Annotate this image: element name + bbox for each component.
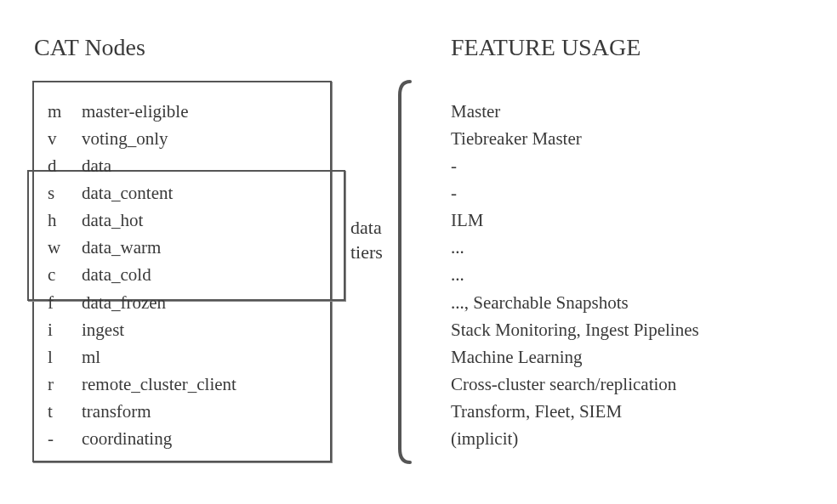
list-item: vvoting_only (48, 126, 236, 152)
role-label: remote_cluster_client (73, 371, 236, 398)
list-item: rremote_cluster_client (48, 371, 236, 398)
list-item: fdata_frozen (48, 290, 236, 316)
role-code: f (48, 290, 73, 316)
bracket-label-line2: tiers (350, 241, 383, 265)
feature-item: Transform, Fleet, SIEM (451, 399, 699, 425)
feature-usage-list: Master Tiebreaker Master - - ILM ... ...… (451, 99, 699, 453)
list-item: hdata_hot (48, 207, 236, 234)
role-code: v (48, 126, 73, 152)
role-code: c (48, 262, 73, 288)
role-label: ml (73, 344, 100, 371)
list-item: ddata (48, 153, 236, 179)
role-label: data (73, 153, 111, 179)
list-item: lml (48, 344, 236, 371)
feature-item: ..., Searchable Snapshots (451, 290, 699, 316)
role-label: data_hot (73, 207, 143, 234)
feature-item: ... (451, 235, 699, 261)
list-item: wdata_warm (48, 235, 236, 261)
bracket-label: data tiers (350, 216, 383, 264)
role-code: s (48, 180, 73, 207)
list-item: sdata_content (48, 180, 236, 207)
role-label: data_warm (73, 235, 161, 261)
feature-item: - (451, 180, 699, 207)
list-item: -coordinating (48, 426, 236, 452)
feature-item: (implicit) (451, 426, 699, 452)
role-code: d (48, 153, 73, 179)
role-label: coordinating (73, 426, 172, 452)
role-label: data_frozen (73, 290, 166, 316)
feature-item: - (451, 153, 699, 179)
list-item: iingest (48, 317, 236, 343)
role-code: r (48, 371, 73, 398)
bracket-icon (391, 76, 417, 467)
role-code: l (48, 344, 73, 371)
role-code: w (48, 235, 73, 261)
role-code: m (48, 99, 73, 125)
role-code: t (48, 399, 73, 425)
feature-item: Tiebreaker Master (451, 126, 699, 152)
role-code: - (48, 426, 73, 452)
feature-item: Machine Learning (451, 344, 699, 371)
feature-item: Cross-cluster search/replication (451, 371, 699, 398)
feature-usage-title: FEATURE USAGE (451, 34, 641, 61)
feature-item: ... (451, 262, 699, 288)
role-label: data_content (73, 180, 173, 207)
feature-item: Master (451, 99, 699, 125)
role-code: h (48, 207, 73, 234)
feature-item: Stack Monitoring, Ingest Pipelines (451, 317, 699, 343)
role-label: master-eligible (73, 99, 189, 125)
list-item: mmaster-eligible (48, 99, 236, 125)
role-label: transform (73, 399, 151, 425)
role-code: i (48, 317, 73, 343)
list-item: ttransform (48, 399, 236, 425)
role-label: voting_only (73, 126, 168, 152)
bracket-label-line1: data (350, 216, 383, 241)
cat-nodes-title: CAT Nodes (34, 34, 145, 61)
list-item: cdata_cold (48, 262, 236, 288)
node-roles-list: mmaster-eligible vvoting_only ddata sdat… (48, 99, 236, 453)
role-label: ingest (73, 317, 124, 343)
role-label: data_cold (73, 262, 151, 288)
feature-item: ILM (451, 207, 699, 234)
